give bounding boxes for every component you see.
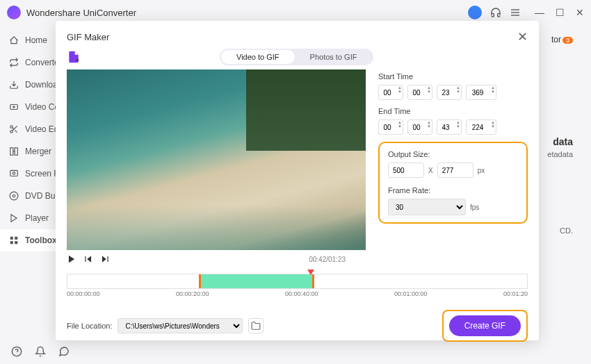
modal-title: GIF Maker [67,32,109,42]
maximize-icon[interactable]: ☐ [556,7,565,18]
sidebar-item-label: Merger [25,147,51,156]
svg-rect-19 [15,237,17,240]
play-button[interactable] [67,254,76,264]
sidebar-item-label: Converter [25,58,56,67]
timeline[interactable]: 00:00:00:00 00:00:20:00 00:00:40:00 00:0… [67,274,528,295]
sidebar-item-label: Player [25,213,49,223]
svg-point-4 [13,106,15,108]
gif-maker-modal: GIF Maker ✕ + Video to GIF Photos to GIF… [56,21,539,340]
sidebar-item-toolbox[interactable]: Toolbox [0,229,56,251]
create-gif-button[interactable]: Create GIF [449,315,521,336]
create-gif-frame: Create GIF [442,310,528,342]
sidebar-item-compressor[interactable]: Video Compressor [0,96,56,118]
svg-line-9 [13,128,14,129]
bg-text: data [553,136,573,147]
tab-photos-to-gif[interactable]: Photos to GIF [295,50,373,64]
sidebar-item-label: Downloader [25,80,56,90]
x-separator: X [428,167,433,174]
chat-icon[interactable] [58,346,70,357]
sidebar-item-downloader[interactable]: Downloader [0,74,56,96]
home-icon [8,35,19,46]
svg-point-14 [13,172,15,175]
svg-rect-11 [15,148,17,156]
playback-time: 00:42/01:23 [309,256,346,263]
tick-label: 00:00:00:00 [67,290,100,297]
frame-rate-select[interactable]: 30 [388,199,466,215]
video-preview[interactable] [67,69,366,250]
modal-close-icon[interactable]: ✕ [517,29,528,44]
sidebar-item-home[interactable]: Home [0,29,56,51]
svg-point-16 [13,195,15,197]
sidebar-item-label: DVD Burner [25,191,56,201]
scissors-icon [8,124,19,135]
tab-video-to-gif[interactable]: Video to GIF [221,50,295,64]
timeline-selection[interactable] [199,274,314,288]
tick-label: 00:00:40:00 [285,290,318,297]
help-icon[interactable] [11,346,22,357]
next-frame-button[interactable] [100,254,110,264]
close-icon[interactable]: ✕ [576,7,584,18]
file-location-label: File Location: [67,322,112,330]
sidebar-item-dvd[interactable]: DVD Burner [0,185,56,207]
svg-marker-28 [102,256,106,262]
output-height-input[interactable] [437,163,473,178]
bell-icon[interactable] [35,346,46,357]
disc-icon [8,190,19,201]
sidebar-item-label: Screen Recorder [25,169,56,179]
sidebar: Home Converter Downloader Video Compress… [0,25,56,339]
sidebar-item-converter[interactable]: Converter [0,51,56,74]
output-settings-frame: Output Size: X px Frame Rate: 30 fps [378,142,528,224]
sidebar-item-player[interactable]: Player [0,207,56,229]
px-unit: px [478,167,485,174]
frame-rate-label: Frame Rate: [388,186,518,195]
output-width-input[interactable] [388,163,424,178]
sidebar-item-merger[interactable]: Merger [0,140,56,163]
play-icon [8,213,19,224]
playhead-icon[interactable] [307,270,314,275]
sidebar-item-recorder[interactable]: Screen Recorder [0,163,56,185]
svg-marker-25 [69,256,74,263]
browse-folder-button[interactable] [248,318,264,333]
end-time-label: End Time [378,107,528,115]
convert-icon [8,57,19,68]
compress-icon [8,101,19,113]
sidebar-item-label: Home [25,35,47,45]
svg-text:+: + [76,56,80,64]
svg-rect-13 [10,170,18,176]
svg-point-15 [10,192,18,200]
tick-label: 00:01:20 [503,290,528,297]
prev-frame-button[interactable] [83,254,93,264]
menu-icon[interactable] [510,7,521,18]
bg-text: CD. [560,226,573,235]
grid-icon [8,235,19,246]
fps-unit: fps [470,204,479,211]
output-size-label: Output Size: [388,150,518,158]
tick-label: 00:00:20:00 [176,290,209,297]
svg-rect-18 [10,237,13,240]
bg-text: etadata [547,150,573,158]
svg-point-5 [10,126,13,129]
record-icon [8,168,19,179]
svg-line-8 [15,130,17,132]
user-avatar[interactable] [468,6,482,19]
svg-rect-10 [10,148,13,156]
svg-rect-3 [10,105,18,110]
sidebar-item-label: Toolbox [25,235,56,245]
add-file-icon[interactable]: + [67,50,81,64]
sidebar-item-editor[interactable]: Video Editor [0,118,56,140]
svg-marker-26 [87,256,91,262]
start-time-label: Start Time [378,72,528,81]
file-location-select[interactable]: C:\Users\ws\Pictures\Wonders [118,318,243,333]
tick-label: 00:01:00:00 [394,290,428,297]
app-logo [7,6,21,19]
bg-text: tor3 [551,35,573,44]
minimize-icon[interactable]: — [535,7,544,18]
merge-icon [8,146,19,157]
svg-marker-17 [11,215,17,222]
app-title: Wondershare UniConverter [26,8,136,18]
headset-icon[interactable] [490,7,501,18]
sidebar-item-label: Video Compressor [25,102,56,112]
svg-rect-21 [15,241,17,244]
sidebar-item-label: Video Editor [25,124,56,134]
svg-point-6 [10,131,13,133]
